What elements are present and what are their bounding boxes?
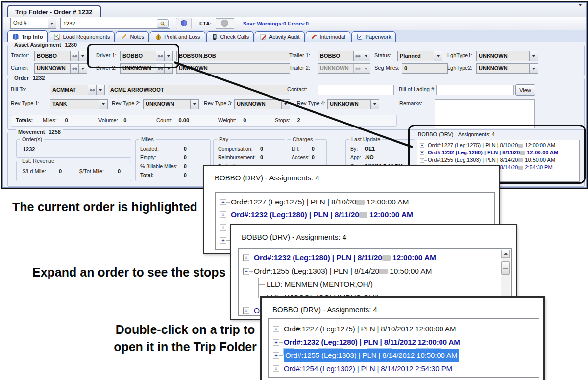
assignment-row[interactable]: +Ord#:1254 (Leg:1302) | PLN | 8/14/2012 … xyxy=(269,362,539,375)
expand-plus-icon[interactable]: + xyxy=(220,212,226,218)
chevron-down-icon[interactable] xyxy=(190,100,198,109)
chevron-down-icon[interactable] xyxy=(164,51,172,61)
binoculars-icon[interactable] xyxy=(353,51,362,61)
expand-plus-icon[interactable]: + xyxy=(273,326,279,332)
tab-activity-audit[interactable]: Activity Audit xyxy=(255,31,304,42)
chevron-down-icon[interactable] xyxy=(281,100,290,109)
assignment-row[interactable]: +Ord#:1232 (Leg:1280) | PLN | 8/11/20 12… xyxy=(216,208,494,221)
assignment-row[interactable]: +Ord#:1255 (Leg:1303) | PLN | 8/14/2012 … xyxy=(269,349,539,362)
window-title-tab[interactable]: Trip Folder - Order # 1232 xyxy=(7,5,101,18)
tab-profit-and-loss[interactable]: $Profit and Loss xyxy=(150,31,205,42)
kv-label: LH: xyxy=(292,146,299,152)
tab-load-requirements[interactable]: Load Requirements xyxy=(49,31,115,42)
binoculars-icon[interactable] xyxy=(156,51,164,61)
driver2-combo[interactable]: UNKNOWN xyxy=(120,63,173,74)
assignment-row[interactable]: +Ord#:1255 (Leg:1303) | PLN | 8/14/20 10… xyxy=(417,156,579,164)
tree-dash xyxy=(249,311,253,311)
chevron-down-icon[interactable] xyxy=(48,18,56,28)
chevron-down-icon[interactable] xyxy=(78,64,87,73)
assignment-row[interactable]: +Ord#:1227 (Leg:1275) | PLN | 8/10/2012 … xyxy=(269,322,539,335)
assignment-row[interactable]: +Ord#:1232 (Leg:1280) | PLN | 8/11/20 12… xyxy=(417,149,579,156)
lghtype2-combo[interactable]: UNKNOWN xyxy=(476,63,538,74)
chevron-down-icon[interactable] xyxy=(529,51,538,61)
assignments-popup3-tree: +Ord#:1227 (Leg:1275) | PLN | 8/10/2012 … xyxy=(268,318,539,378)
tab-paperwork[interactable]: Paperwork xyxy=(351,31,396,42)
chevron-down-icon[interactable] xyxy=(78,51,87,61)
driver1-combo[interactable]: BOBBO xyxy=(120,51,173,61)
tab-label: Load Requirements xyxy=(63,34,110,40)
search-icon[interactable] xyxy=(157,19,169,28)
assignment-row[interactable]: LLD: MENMEN (MENTOR,OH/) xyxy=(239,278,511,291)
binoculars-icon[interactable] xyxy=(156,64,164,73)
expand-plus-icon[interactable]: + xyxy=(243,254,249,261)
tab-trip-info[interactable]: Trip Info xyxy=(7,30,48,42)
chevron-down-icon[interactable] xyxy=(99,100,107,109)
expand-plus-icon[interactable]: + xyxy=(420,143,424,148)
tractor-combo[interactable]: BOBBO xyxy=(34,51,87,61)
intermodal-icon xyxy=(311,33,318,40)
chevron-down-icon[interactable] xyxy=(362,51,370,61)
search-field-selector[interactable]: Ord # xyxy=(10,18,56,29)
tab-notes[interactable]: Notes xyxy=(116,31,149,42)
shield-icon[interactable] xyxy=(176,18,192,29)
status-combo[interactable]: Planned xyxy=(397,51,442,61)
kv-value: 0 xyxy=(312,146,315,152)
expand-plus-icon[interactable]: + xyxy=(220,237,226,244)
redacted-year xyxy=(379,269,388,274)
binoculars-icon xyxy=(353,64,362,73)
expand-plus-icon[interactable]: + xyxy=(273,352,279,358)
binoculars-icon[interactable] xyxy=(88,85,96,95)
tab-overflow-arrow-icon[interactable] xyxy=(579,6,582,15)
seg-miles-field: 0 xyxy=(402,63,448,74)
trailer2-combo[interactable]: UNKNOWN xyxy=(318,63,370,74)
assignment-row[interactable]: +Ord#:1232 (Leg:1280) | PLN | 8/11/2012 … xyxy=(269,335,539,349)
chevron-down-icon[interactable] xyxy=(164,64,172,73)
expand-plus-icon[interactable]: + xyxy=(220,225,226,231)
expand-plus-icon[interactable]: + xyxy=(420,158,424,162)
carrier-combo[interactable]: UNKNOWN xyxy=(34,63,87,74)
chevron-down-icon[interactable] xyxy=(529,64,538,73)
tree-dash xyxy=(226,202,230,203)
assignment-row-text: Ord#:1255 (Leg:1303) | PLN | 8/14/20 10:… xyxy=(428,156,555,164)
binoculars-icon[interactable] xyxy=(70,64,78,73)
expand-plus-icon[interactable]: + xyxy=(420,151,424,155)
assignment-row[interactable]: +Ord#:1227 (Leg:1275) | PLN | 8/10/20 12… xyxy=(216,196,494,208)
view-button[interactable]: View xyxy=(515,84,535,96)
chevron-down-icon[interactable] xyxy=(370,100,379,109)
binoculars-icon[interactable] xyxy=(70,51,78,61)
collapse-minus-icon[interactable]: − xyxy=(243,268,249,274)
miles-subgroup: Miles Loaded:0Empty:0% Billable Miles:0T… xyxy=(135,139,211,181)
expand-plus-icon[interactable]: + xyxy=(220,199,226,205)
bill-to-combo[interactable]: ACMMAT xyxy=(50,85,105,95)
tree-elbow-connector xyxy=(258,278,265,291)
kv-row: By:OE1 xyxy=(346,145,415,153)
kv-row: % Billable Miles:0 xyxy=(136,162,210,171)
tab-check-calls[interactable]: Check Calls xyxy=(206,31,254,42)
assignment-row[interactable]: −Ord#:1255 (Leg:1303) | PLN | 8/14/20 10… xyxy=(239,264,511,278)
remarks-textarea[interactable] xyxy=(435,99,535,128)
tree-dash xyxy=(226,228,230,228)
totals-pair-label: Miles: xyxy=(43,117,57,123)
eta-status-dot xyxy=(221,20,228,27)
chevron-down-icon[interactable] xyxy=(96,85,104,95)
save-warnings-link[interactable]: Save Warnings:0 Errors:0 xyxy=(243,21,309,26)
rev-type2-combo[interactable]: UNKNOWN xyxy=(143,99,199,109)
bill-of-lading-input[interactable] xyxy=(437,85,513,95)
expand-plus-icon[interactable]: + xyxy=(273,339,279,345)
kv-row: Total:0 xyxy=(136,171,210,180)
chevron-down-icon[interactable] xyxy=(434,51,442,61)
assignment-row[interactable]: +Ord#:1232 (Leg:1280) | PLN | 8/11/20 12… xyxy=(239,251,511,264)
lghtype1-combo[interactable]: UNKNOWN xyxy=(476,51,538,61)
trailer1-combo[interactable]: BOBBO xyxy=(318,51,370,61)
rev-type3-combo[interactable]: UNKNOWN xyxy=(234,99,290,109)
assignment-row[interactable]: +Ord#:1227 (Leg:1275) | PLN | 8/10/20 12… xyxy=(417,142,579,149)
rev-type1-combo[interactable]: TANK xyxy=(50,99,108,109)
rev-type4-combo[interactable]: UNKNOWN xyxy=(327,99,379,109)
contact-input[interactable] xyxy=(318,85,393,95)
order-search-input[interactable] xyxy=(61,18,170,28)
expand-plus-icon[interactable]: + xyxy=(273,365,279,372)
assignments-popup3-title: BOBBO (DRV) - Assignments: 4 xyxy=(272,305,377,314)
expand-plus-icon[interactable]: + xyxy=(243,307,249,314)
orders-subgroup-label: Order(s) xyxy=(20,136,44,142)
tab-intermodal[interactable]: Intermodal xyxy=(306,31,350,42)
